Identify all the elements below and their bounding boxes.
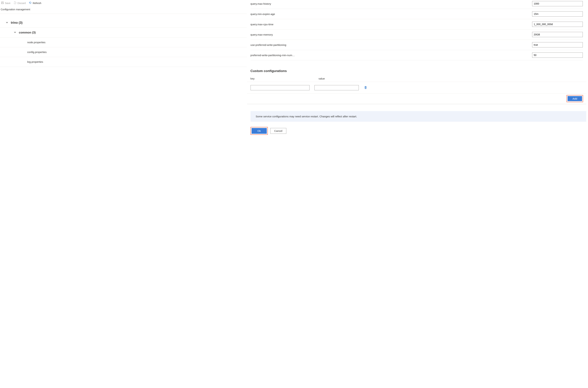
ok-button[interactable]: Ok	[252, 128, 267, 134]
tree-leaf-config-properties[interactable]: config.properties	[0, 47, 247, 57]
setting-key: query.max-memory	[250, 33, 527, 36]
tree-root-trino[interactable]: trino (3)	[0, 18, 247, 28]
setting-value-input[interactable]	[532, 42, 583, 48]
setting-row: query.max-memory	[250, 29, 583, 40]
setting-value-input[interactable]	[532, 11, 583, 17]
setting-key: preferred-write-partitioning-min-num…	[250, 54, 527, 57]
page-root: Save Discard Refresh Configurat	[0, 0, 588, 388]
refresh-icon	[29, 1, 32, 5]
custom-value-input[interactable]	[314, 85, 359, 90]
custom-config-row	[247, 82, 586, 94]
tree-root-label: trino (3)	[11, 21, 23, 24]
add-row-container: Add	[247, 94, 586, 104]
setting-row: query.max-history	[250, 0, 583, 9]
setting-value-input[interactable]	[532, 32, 583, 37]
toolbar: Save Discard Refresh	[0, 0, 247, 7]
custom-key-input[interactable]	[250, 85, 310, 90]
save-label: Save	[5, 2, 10, 4]
ok-highlight: Ok	[250, 127, 268, 135]
setting-row: use-preferred-write-partitioning	[250, 40, 583, 50]
column-key: key	[250, 77, 313, 80]
restart-notice: Some service configurations may need ser…	[250, 111, 586, 122]
tree-leaf-label: config.properties	[27, 50, 47, 53]
custom-columns-header: key value	[247, 76, 586, 82]
tree-leaf-node-properties[interactable]: node.properties	[0, 38, 247, 47]
setting-key: query.min-expire-age	[250, 13, 527, 16]
delete-row-button[interactable]	[364, 86, 368, 90]
cancel-button[interactable]: Cancel	[270, 128, 287, 134]
add-highlight: Add	[566, 95, 583, 102]
chevron-down-icon	[3, 21, 11, 24]
tree-leaf-label: node.properties	[27, 41, 45, 44]
refresh-button[interactable]: Refresh	[29, 1, 41, 5]
right-panel: query.max-history query.min-expire-age q…	[247, 0, 588, 388]
footer-buttons: Ok Cancel	[247, 127, 586, 135]
tree-group-label: common (3)	[19, 31, 36, 34]
add-button[interactable]: Add	[568, 96, 582, 101]
setting-value-input[interactable]	[532, 22, 583, 27]
setting-key: query.max-history	[250, 2, 527, 5]
tree-leaf-log-properties[interactable]: log.properties	[0, 57, 247, 67]
save-icon	[1, 1, 4, 5]
config-tree: trino (3) common (3) node.properties con…	[0, 14, 247, 67]
column-value: value	[319, 77, 325, 80]
save-button[interactable]: Save	[1, 1, 10, 5]
setting-value-input[interactable]	[532, 52, 583, 58]
trash-icon	[364, 87, 367, 90]
discard-button[interactable]: Discard	[14, 1, 26, 5]
refresh-label: Refresh	[33, 2, 41, 4]
divider	[247, 104, 586, 104]
setting-key: query.max-cpu-time	[250, 23, 527, 26]
chevron-down-icon	[11, 31, 19, 34]
discard-label: Discard	[17, 2, 26, 4]
setting-row: query.min-expire-age	[250, 9, 583, 19]
setting-value-input[interactable]	[532, 1, 583, 6]
custom-config-heading: Custom configurations	[247, 69, 586, 73]
setting-row: preferred-write-partitioning-min-num…	[250, 50, 583, 60]
tree-leaf-label: log.properties	[27, 60, 43, 63]
undo-icon	[14, 1, 16, 5]
settings-list: query.max-history query.min-expire-age q…	[247, 0, 586, 60]
tree-group-common[interactable]: common (3)	[0, 28, 247, 38]
page-subtitle: Configuration management	[0, 7, 247, 14]
left-panel: Save Discard Refresh Configurat	[0, 0, 247, 388]
setting-row: query.max-cpu-time	[250, 19, 583, 29]
setting-key: use-preferred-write-partitioning	[250, 43, 527, 46]
